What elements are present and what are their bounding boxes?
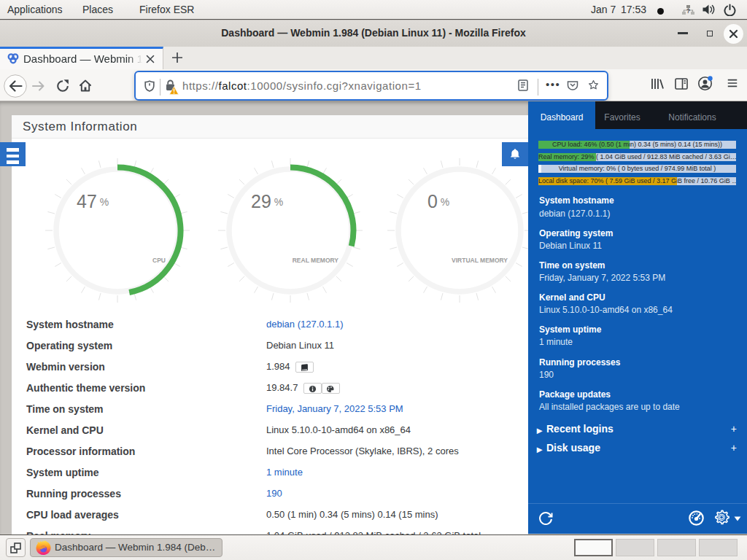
svg-text:?: ? [686,7,691,15]
